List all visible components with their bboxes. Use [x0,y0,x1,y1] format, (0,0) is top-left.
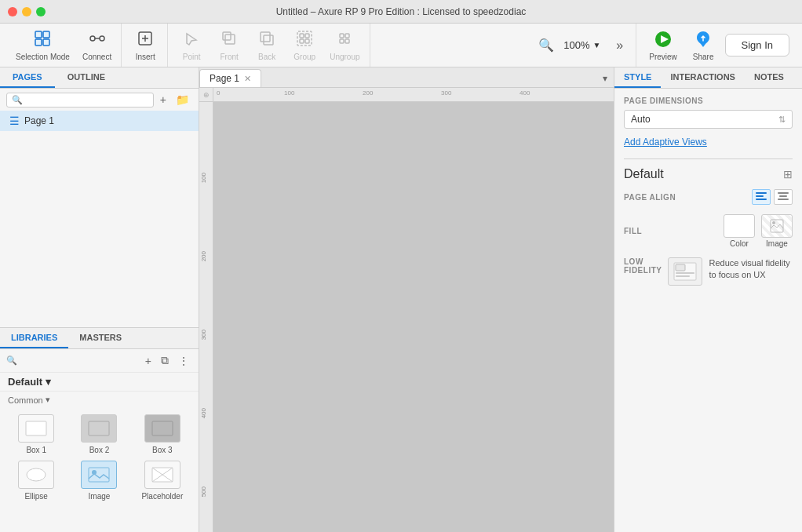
widgets-grid: Box 1 Box 2 [0,408,199,507]
close-button[interactable] [8,7,17,16]
fill-image-option[interactable]: Image [761,214,793,248]
add-page-button[interactable]: + [157,92,170,107]
svg-rect-18 [305,39,309,43]
group-icon [296,30,313,51]
ruler-mark-100: 100 [284,89,294,97]
interactions-tab[interactable]: INTERACTIONS [661,67,745,88]
library-name-row: Default ▾ [0,373,199,392]
page-dimensions-label: PAGE DIMENSIONS [624,97,793,105]
pages-search[interactable]: 🔍 [6,93,154,107]
svg-rect-39 [778,199,789,200]
widget-box3-label: Box 3 [152,446,173,454]
fill-options: Color Image [724,214,793,248]
preview-label: Preview [649,53,677,61]
align-left-button[interactable] [752,189,771,205]
widget-ellipse[interactable]: Ellipse [8,461,64,501]
style-tab[interactable]: STYLE [614,67,661,88]
ruler-mark-300: 300 [441,89,451,97]
notes-tab[interactable]: NOTES [745,67,793,88]
share-button[interactable]: Share [688,27,719,64]
svg-rect-15 [300,34,304,38]
masters-tab[interactable]: MASTERS [68,328,133,348]
default-section: Default ⊞ PAGE ALIGN [624,159,793,286]
ungroup-button[interactable]: Ungroup [325,27,364,64]
svg-rect-36 [756,199,767,200]
widget-image[interactable]: Image [71,461,127,501]
widget-box2-label: Box 2 [89,446,110,454]
minimize-button[interactable] [22,7,31,16]
library-selector[interactable]: Default ▾ [8,376,51,388]
zoom-area: 🔍 100% ▼ » [532,24,636,67]
page-item[interactable]: ☰ Page 1 [0,111,199,131]
svg-point-41 [772,221,775,224]
page-options-button[interactable]: 📁 [173,92,192,107]
libraries-tab[interactable]: LIBRARIES [0,328,68,348]
page-item-label: Page 1 [24,115,54,126]
widget-placeholder-label: Placeholder [141,492,183,501]
box3-icon [144,414,180,443]
widget-ellipse-label: Ellipse [24,492,47,501]
zoom-button[interactable]: 100% ▼ [557,36,607,54]
sign-in-button[interactable]: Sign In [725,34,789,56]
group-button[interactable]: Group [287,27,322,64]
ruler-tick-200: 200 [200,251,207,261]
point-button[interactable]: Point [174,27,209,64]
add-adaptive-views-link[interactable]: Add Adaptive Views [624,137,793,148]
tab-dropdown[interactable]: ▾ [596,70,614,87]
insert-button[interactable]: Insert [128,27,162,64]
toolbar: Selection Mode Connect Insert [0,24,802,67]
svg-rect-21 [340,39,344,43]
svg-rect-34 [756,192,767,194]
widget-box1[interactable]: Box 1 [8,414,64,454]
right-panel-tabs: STYLE INTERACTIONS NOTES [614,67,802,89]
widget-box2[interactable]: Box 2 [71,414,127,454]
selection-icon [34,30,51,51]
outline-tab[interactable]: OUTLINE [55,67,118,88]
library-search[interactable]: 🔍 [6,355,139,366]
common-dropdown-icon: ▾ [46,395,50,405]
svg-rect-3 [43,39,49,46]
lib-tabs: LIBRARIES MASTERS [0,328,199,349]
search-small-icon: 🔍 [12,95,23,105]
close-tab-button[interactable]: ✕ [244,74,251,84]
front-button[interactable]: Front [212,27,246,64]
ungroup-icon [336,30,353,51]
preview-button[interactable]: Preview [644,27,682,64]
maximize-button[interactable] [36,7,46,16]
align-buttons [752,189,793,205]
share-icon [694,30,713,53]
align-center-button[interactable] [774,189,793,205]
dimensions-select[interactable]: Auto ⇅ [624,110,793,129]
ruler-horizontal: 0 100 200 300 400 [213,88,614,102]
widget-box1-label: Box 1 [26,446,46,454]
insert-label: Insert [136,53,155,61]
selection-mode-button[interactable]: Selection Mode [11,27,75,64]
tab-bar: Page 1 ✕ ▾ [199,67,614,88]
pages-toolbar: 🔍 + 📁 [0,89,199,111]
connect-button[interactable]: Connect [78,27,116,64]
expand-button[interactable]: » [610,35,629,56]
fill-color-option[interactable]: Color [724,214,755,248]
pages-tab[interactable]: PAGES [0,67,55,88]
back-button[interactable]: Back [250,27,284,64]
canvas-tab-label: Page 1 [210,73,239,84]
canvas-tab[interactable]: Page 1 ✕ [199,69,261,87]
svg-rect-22 [345,39,349,43]
svg-rect-29 [89,468,109,482]
default-header: Default ⊞ [624,167,793,181]
add-library-button[interactable]: + [142,353,155,369]
svg-rect-12 [261,32,270,42]
insert-group: Insert [123,24,168,67]
copy-library-button[interactable]: ⧉ [158,352,172,369]
search-icon: 🔍 [538,38,554,53]
edit-icon[interactable]: ⊞ [783,168,793,180]
widget-placeholder[interactable]: Placeholder [134,461,191,501]
low-fidelity-desc: Reduce visual fidelity to focus on UX [709,257,793,282]
widget-box3[interactable]: Box 3 [134,414,191,454]
box2-icon [81,414,117,443]
library-menu-button[interactable]: ⋮ [175,353,192,369]
canvas-background[interactable] [213,102,614,532]
fill-color-label: Color [730,239,749,248]
selection-group: Selection Mode Connect [6,24,122,67]
ungroup-label: Ungroup [330,53,359,61]
